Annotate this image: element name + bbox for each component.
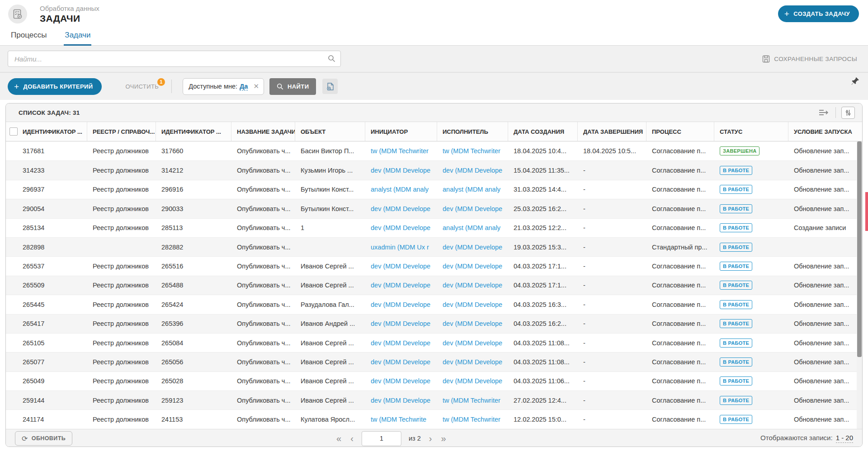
table-row[interactable]: 265417 Реестр должников 265396 Опубликов…	[6, 314, 862, 333]
cell-completed-date: -	[578, 199, 646, 218]
create-task-button[interactable]: + СОЗДАТЬ ЗАДАЧУ	[778, 5, 859, 22]
table-row[interactable]: 265537 Реестр должников 265516 Опубликов…	[6, 256, 862, 275]
records-range[interactable]: 1 - 20	[836, 434, 853, 443]
cell-task-id: 296937	[6, 180, 87, 199]
cell-executor-link[interactable]: analyst (MDM analy	[437, 219, 508, 237]
table-row[interactable]: 265049 Реестр должников 265028 Опубликов…	[6, 371, 862, 390]
table-row[interactable]: 241174 Реестр должников 241153 Опубликов…	[6, 409, 862, 428]
cell-initiator-link[interactable]: dev (MDM Develope	[365, 353, 437, 371]
cell-executor-link[interactable]: dev (MDM Develope	[437, 315, 508, 333]
search-icon	[277, 83, 283, 90]
cell-executor-link[interactable]: tw (MDM Techwriter	[437, 410, 508, 428]
select-all-checkbox[interactable]	[9, 127, 18, 136]
cell-created-date: 04.03.2025 11:08...	[508, 353, 578, 371]
cell-object: 1	[295, 219, 365, 237]
column-header-object[interactable]: ОБЪЕКТ	[295, 122, 365, 141]
remove-filter-icon[interactable]: ✕	[253, 82, 259, 90]
column-header-completed[interactable]: ДАТА ЗАВЕРШЕНИЯ	[578, 122, 646, 141]
table-row[interactable]: 314233 Реестр должников 314212 Опубликов…	[6, 160, 862, 179]
search-icon[interactable]	[328, 55, 335, 62]
page-number-input[interactable]	[362, 431, 401, 446]
cell-initiator-link[interactable]: dev (MDM Develope	[365, 276, 437, 295]
find-button[interactable]: НАЙТИ	[269, 78, 316, 95]
last-page-icon[interactable]: »	[440, 434, 447, 443]
cell-executor-link[interactable]: dev (MDM Develope	[437, 238, 508, 256]
save-query-button[interactable]	[322, 79, 338, 94]
cell-object: Иванов Сергей ...	[295, 257, 365, 275]
table-row[interactable]: 296937 Реестр должников 296916 Опубликов…	[6, 180, 862, 199]
tab-tasks[interactable]: Задачи	[64, 28, 91, 46]
cell-process: Согласование п...	[646, 372, 714, 390]
cell-executor-link[interactable]: tw (MDM Techwriter	[437, 391, 508, 409]
table-row[interactable]: 265445 Реестр должников 265424 Опубликов…	[6, 295, 862, 314]
next-page-icon[interactable]: ›	[428, 434, 433, 443]
cell-initiator-link[interactable]: dev (MDM Develope	[365, 219, 437, 237]
cell-executor-link[interactable]: dev (MDM Develope	[437, 161, 508, 179]
cell-initiator-link[interactable]: dev (MDM Develope	[365, 161, 437, 179]
cell-initiator-link[interactable]: tw (MDM Techwrite	[365, 410, 437, 428]
cell-executor-link[interactable]: analyst (MDM analy	[437, 180, 508, 199]
cell-initiator-link[interactable]: dev (MDM Develope	[365, 372, 437, 390]
cell-executor-link[interactable]: dev (MDM Develope	[437, 295, 508, 314]
column-header-condition[interactable]: УСЛОВИЕ ЗАПУСКА	[788, 122, 857, 141]
expand-table-icon[interactable]	[818, 109, 830, 116]
previous-page-icon[interactable]: ‹	[349, 434, 354, 443]
add-criteria-button[interactable]: + ДОБАВИТЬ КРИТЕРИЙ	[8, 78, 102, 95]
search-input[interactable]	[8, 51, 341, 67]
table-row[interactable]: 317681 Реестр должников 317660 Опубликов…	[6, 141, 862, 160]
cell-task-id: 265509	[6, 276, 87, 295]
cell-task-name: Опубликовать ч...	[231, 410, 295, 428]
cell-initiator-link[interactable]: dev (MDM Develope	[365, 334, 437, 352]
table-row[interactable]: 265077 Реестр должников 265056 Опубликов…	[6, 352, 862, 371]
cell-executor-link[interactable]: dev (MDM Develope	[437, 334, 508, 352]
cell-object: Иванов Сергей ...	[295, 276, 365, 295]
table-settings-button[interactable]	[841, 107, 855, 119]
table-row[interactable]: 265105 Реестр должников 265084 Опубликов…	[6, 333, 862, 352]
filter-chip-value[interactable]: Да	[240, 83, 248, 90]
table-row[interactable]: 265509 Реестр должников 265488 Опубликов…	[6, 276, 862, 295]
column-header-task-id[interactable]: ИДЕНТИФИКАТОР ...	[6, 122, 87, 141]
cell-initiator-link[interactable]: uxadmin (MDM Ux r	[365, 238, 437, 256]
refresh-button[interactable]: ⟳ ОБНОВИТЬ	[15, 431, 72, 446]
first-page-icon[interactable]: «	[335, 434, 342, 443]
column-header-executor[interactable]: ИСПОЛНИТЕЛЬ	[437, 122, 508, 141]
column-header-created[interactable]: ДАТА СОЗДАНИЯ	[508, 122, 578, 141]
cell-initiator-link[interactable]: dev (MDM Develope	[365, 199, 437, 218]
cell-executor-link[interactable]: dev (MDM Develope	[437, 372, 508, 390]
pin-panel-icon[interactable]	[851, 76, 860, 85]
table-row[interactable]: 259144 Реестр должников 259123 Опубликов…	[6, 390, 862, 409]
table-rows: 317681 Реестр должников 317660 Опубликов…	[6, 141, 862, 429]
column-header-record-id[interactable]: ИДЕНТИФИКАТОР ...	[156, 122, 231, 141]
column-header-status[interactable]: СТАТУС	[714, 122, 788, 141]
table-row[interactable]: 285134 Реестр должников 285113 Опубликов…	[6, 218, 862, 237]
cell-completed-date: -	[578, 276, 646, 295]
clear-filters-button[interactable]: ОЧИСТИТЬ 1	[125, 83, 159, 90]
cell-status: В РАБОТЕ	[714, 161, 788, 179]
table-row[interactable]: 282898 282882 Опубликовать ч... uxadmin …	[6, 237, 862, 256]
tab-processes[interactable]: Процессы	[10, 28, 47, 45]
cell-initiator-link[interactable]: dev (MDM Develope	[365, 295, 437, 314]
cell-executor-link[interactable]: tw (MDM Techwriter	[437, 141, 508, 160]
cell-initiator-link[interactable]: dev (MDM Develope	[365, 315, 437, 333]
cell-initiator-link[interactable]: tw (MDM Techwriter	[365, 141, 437, 160]
cell-executor-link[interactable]: dev (MDM Develope	[437, 199, 508, 218]
cell-record-id: 265084	[156, 334, 231, 352]
filter-chip-available-to-me[interactable]: Доступные мне: Да ✕	[183, 78, 264, 95]
column-header-task-name[interactable]: НАЗВАНИЕ ЗАДАЧИ	[231, 122, 295, 141]
vertical-scrollbar[interactable]	[857, 141, 862, 429]
saved-queries-button[interactable]: СОХРАНЕННЫЕ ЗАПРОСЫ	[762, 55, 857, 63]
cell-process: Согласование п...	[646, 334, 714, 352]
vertical-scrollbar-thumb[interactable]	[857, 141, 862, 357]
table-row[interactable]: 290054 Реестр должников 290033 Опубликов…	[6, 199, 862, 218]
cell-executor-link[interactable]: dev (MDM Develope	[437, 276, 508, 295]
cell-initiator-link[interactable]: dev (MDM Develope	[365, 257, 437, 275]
cell-executor-link[interactable]: dev (MDM Develope	[437, 257, 508, 275]
cell-executor-link[interactable]: dev (MDM Develope	[437, 353, 508, 371]
column-header-process[interactable]: ПРОЦЕСС	[646, 122, 714, 141]
column-header-initiator[interactable]: ИНИЦИАТОР	[365, 122, 437, 141]
cell-initiator-link[interactable]: dev (MDM Develope	[365, 391, 437, 409]
cell-initiator-link[interactable]: analyst (MDM analy	[365, 180, 437, 199]
cell-object: Иванов Андрей ...	[295, 315, 365, 333]
cell-task-name: Опубликовать ч...	[231, 295, 295, 314]
column-header-registry[interactable]: РЕЕСТР / СПРАВОЧ...	[87, 122, 156, 141]
